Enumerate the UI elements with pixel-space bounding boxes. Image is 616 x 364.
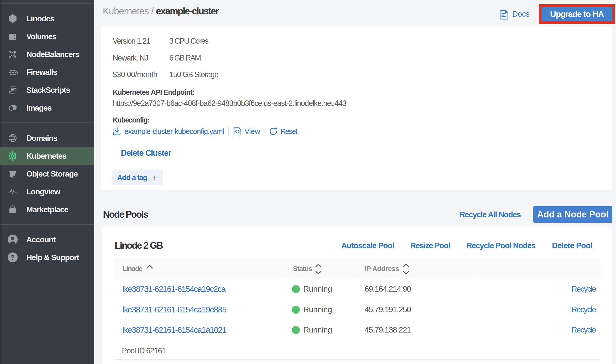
svg-text:?: ?	[11, 254, 15, 261]
